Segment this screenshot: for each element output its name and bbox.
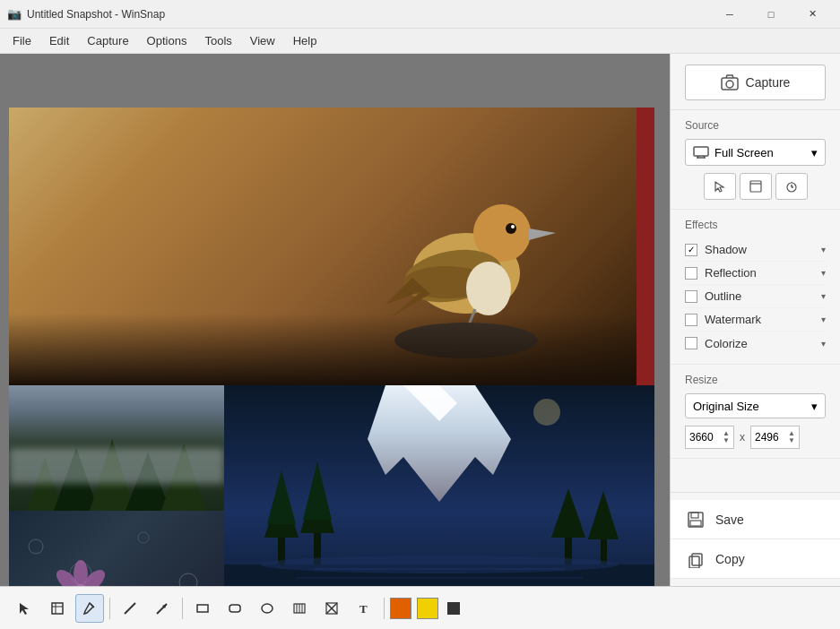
cross-icon: [325, 601, 339, 616]
height-value: 2496: [755, 431, 779, 444]
title-bar-text: Untitled Snapshot - WinSnap: [27, 8, 709, 21]
colorize-checkbox[interactable]: [685, 337, 697, 349]
rain-image: [9, 511, 224, 586]
source-icons: [685, 173, 826, 200]
window-controls: ─ □ ✕: [709, 0, 833, 29]
capture-btn-area: Capture: [671, 54, 840, 110]
title-bar: 📷 Untitled Snapshot - WinSnap ─ □ ✕: [0, 0, 840, 29]
watermark-expand-icon[interactable]: ▾: [821, 314, 826, 324]
shadow-checkbox[interactable]: ✓: [685, 244, 697, 256]
small-color-square[interactable]: [447, 602, 460, 615]
outline-label: Outline: [705, 289, 821, 303]
mist: [9, 448, 224, 484]
reflection-checkbox[interactable]: [685, 267, 697, 280]
primary-color-swatch[interactable]: [390, 598, 411, 619]
svg-rect-58: [750, 181, 761, 192]
bird-image-container: [9, 108, 654, 385]
svg-marker-2: [529, 228, 556, 240]
ellipse-tool-button[interactable]: [253, 594, 281, 623]
copy-button[interactable]: Copy: [671, 539, 840, 579]
colorize-effect-row[interactable]: Colorize ▾: [685, 332, 826, 355]
text-icon: T: [357, 601, 371, 616]
save-label: Save: [715, 513, 744, 527]
width-input[interactable]: 3660 ▲ ▼: [685, 426, 734, 449]
copy-icon: [685, 548, 706, 570]
maximize-button[interactable]: □: [750, 0, 792, 29]
menu-file[interactable]: File: [4, 30, 40, 51]
menu-tools[interactable]: Tools: [195, 30, 240, 51]
resize-label: Resize: [685, 374, 826, 386]
monitor-icon: [693, 146, 709, 159]
rain-svg: [9, 511, 224, 586]
outline-effect-row[interactable]: Outline ▾: [685, 285, 826, 308]
save-button[interactable]: Save: [671, 500, 840, 539]
menu-options[interactable]: Options: [138, 30, 196, 51]
capture-button[interactable]: Capture: [685, 65, 826, 100]
mountain-svg: [224, 385, 654, 586]
menu-edit[interactable]: Edit: [40, 30, 78, 51]
height-down[interactable]: ▼: [788, 437, 795, 444]
menu-view[interactable]: View: [241, 30, 284, 51]
resize-dims: 3660 ▲ ▼ x 2496 ▲ ▼: [685, 426, 826, 449]
arrow-icon: [155, 601, 169, 616]
svg-rect-66: [690, 521, 701, 526]
secondary-color-swatch[interactable]: [417, 598, 438, 619]
bottom-buttons: Save Copy: [671, 492, 840, 586]
crop-tool-button[interactable]: [43, 594, 72, 623]
rect-tool-button[interactable]: [188, 594, 217, 623]
svg-marker-69: [20, 603, 29, 615]
svg-point-21: [138, 532, 149, 543]
dims-x-label: x: [740, 431, 745, 444]
reflection-label: Reflection: [705, 266, 821, 280]
source-select[interactable]: Full Screen ▾: [685, 139, 826, 166]
hatch-tool-button[interactable]: [285, 594, 314, 623]
save-icon: [685, 509, 706, 530]
resize-select[interactable]: Original Size ▾: [685, 393, 826, 418]
arrow-tool-button[interactable]: [148, 594, 177, 623]
cursor-mode-button[interactable]: [704, 173, 736, 200]
reflection-expand-icon[interactable]: ▾: [821, 268, 826, 278]
text-tool-button[interactable]: T: [350, 594, 378, 623]
height-input[interactable]: 2496 ▲ ▼: [750, 426, 800, 449]
app-icon: 📷: [7, 7, 22, 22]
pointer-tool-button[interactable]: [11, 594, 39, 623]
source-section: Source Full Screen ▾: [671, 110, 840, 210]
svg-point-46: [260, 556, 619, 573]
outline-checkbox[interactable]: [685, 290, 697, 303]
menu-help[interactable]: Help: [284, 30, 326, 51]
window-icon: [749, 180, 762, 193]
close-button[interactable]: ✕: [792, 0, 833, 29]
separator-2: [182, 598, 183, 619]
svg-point-19: [29, 539, 43, 554]
colorize-expand-icon[interactable]: ▾: [821, 339, 826, 349]
svg-text:T: T: [359, 602, 368, 616]
window-mode-button[interactable]: [740, 173, 772, 200]
minimize-button[interactable]: ─: [709, 0, 750, 29]
svg-rect-53: [694, 147, 708, 156]
rounded-rect-tool-button[interactable]: [221, 594, 249, 623]
separator-3: [384, 598, 385, 619]
effects-label: Effects: [685, 219, 826, 231]
pen-tool-button[interactable]: [75, 594, 104, 623]
shadow-effect-row[interactable]: ✓ Shadow ▾: [685, 238, 826, 262]
watermark-checkbox[interactable]: [685, 314, 697, 326]
timer-mode-button[interactable]: [775, 173, 808, 200]
line-tool-button[interactable]: [116, 594, 144, 623]
watermark-effect-row[interactable]: Watermark ▾: [685, 308, 826, 332]
svg-point-50: [533, 399, 560, 426]
cross-tool-button[interactable]: [317, 594, 346, 623]
shadow-expand-icon[interactable]: ▾: [821, 245, 826, 254]
source-label: Source: [685, 119, 826, 132]
width-down[interactable]: ▼: [723, 437, 730, 444]
reflection-effect-row[interactable]: Reflection ▾: [685, 262, 826, 285]
outline-expand-icon[interactable]: ▾: [821, 291, 826, 301]
flower: [45, 556, 117, 586]
svg-point-52: [726, 81, 733, 88]
resize-value: Original Size: [693, 400, 759, 413]
svg-point-7: [466, 262, 511, 315]
red-strip: [636, 108, 654, 385]
menu-capture[interactable]: Capture: [78, 30, 137, 51]
hatch-icon: [292, 601, 307, 616]
camera-icon: [721, 73, 739, 91]
svg-rect-65: [691, 513, 698, 518]
